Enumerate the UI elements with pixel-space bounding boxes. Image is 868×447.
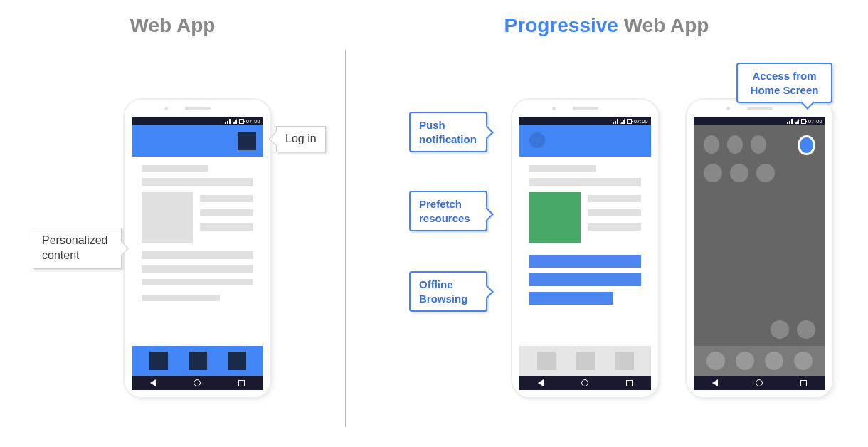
phone-screen: 07:00	[519, 117, 651, 390]
text-line	[142, 295, 220, 301]
phone-camera	[726, 107, 730, 110]
recent-icon[interactable]	[238, 380, 245, 386]
signal-icon	[613, 119, 618, 124]
offline-content-line	[529, 273, 641, 286]
phone-camera	[552, 107, 556, 110]
callout-homescreen: Access from Home Screen	[736, 63, 832, 103]
signal-icon	[225, 119, 231, 124]
bottom-nav	[519, 346, 651, 376]
android-nav-bar	[132, 376, 263, 390]
phone-earpiece	[185, 107, 211, 110]
callout-text: Offline Browsing	[419, 278, 467, 305]
nav-item[interactable]	[228, 352, 246, 370]
back-icon[interactable]	[538, 379, 544, 386]
app-icon[interactable]	[704, 135, 719, 154]
dock-icon[interactable]	[706, 352, 725, 370]
nav-item[interactable]	[149, 352, 168, 370]
app-icon[interactable]	[756, 164, 775, 182]
home-icon[interactable]	[194, 379, 201, 386]
phone-screen: 07:00	[694, 117, 825, 390]
text-line	[142, 165, 208, 172]
title-pwa-accent: Progressive	[504, 14, 618, 36]
login-button[interactable]	[238, 132, 256, 150]
recent-icon[interactable]	[800, 380, 807, 386]
phone-camera	[164, 107, 168, 110]
callout-text: Log in	[285, 132, 317, 144]
text-line	[529, 165, 596, 172]
text-line	[200, 209, 253, 216]
app-icon[interactable]	[751, 135, 766, 154]
dock-icon[interactable]	[736, 352, 754, 370]
callout-push: Push notification	[409, 112, 487, 152]
nav-item[interactable]	[615, 352, 634, 370]
app-icon[interactable]	[797, 320, 815, 339]
callout-text: Personalized content	[42, 234, 108, 261]
wifi-icon	[233, 119, 237, 124]
callout-login: Log in	[276, 126, 326, 152]
callout-text: Push notification	[419, 119, 477, 145]
text-line	[142, 251, 253, 259]
battery-icon	[239, 119, 244, 124]
home-icon[interactable]	[756, 379, 763, 386]
callout-prefetch: Prefetch resources	[409, 191, 487, 231]
nav-item[interactable]	[189, 352, 207, 370]
offline-content-line	[529, 292, 613, 305]
home-screen	[694, 125, 825, 376]
text-line	[529, 178, 641, 186]
callout-offline: Offline Browsing	[409, 271, 487, 312]
app-icon[interactable]	[730, 164, 748, 182]
text-line	[588, 224, 641, 231]
signal-icon	[787, 119, 793, 124]
prefetched-resource	[529, 192, 581, 243]
recent-icon[interactable]	[626, 380, 633, 386]
battery-icon	[627, 119, 632, 124]
title-pwa-rest: Web App	[618, 14, 709, 36]
bottom-nav	[132, 346, 263, 376]
title-web-app: Web App	[0, 14, 345, 37]
callout-personalized: Personalized content	[33, 228, 122, 269]
dock-icon[interactable]	[794, 352, 813, 370]
text-line	[588, 195, 641, 202]
android-nav-bar	[694, 376, 825, 390]
content-area	[519, 157, 651, 305]
text-line	[142, 265, 253, 273]
back-icon[interactable]	[150, 379, 156, 386]
text-line	[200, 224, 253, 231]
status-time: 07:00	[634, 119, 648, 124]
phone-web-app: 07:00	[125, 100, 270, 397]
wifi-icon	[620, 119, 625, 124]
callout-text: Prefetch resources	[419, 198, 470, 224]
nav-item[interactable]	[537, 352, 556, 370]
status-bar: 07:00	[694, 117, 825, 125]
phone-earpiece	[573, 107, 598, 110]
app-bar	[519, 125, 651, 157]
home-dock	[694, 346, 825, 376]
title-pwa: Progressive Web App	[345, 14, 868, 37]
wifi-icon	[795, 119, 799, 124]
callout-text: Access from Home Screen	[751, 70, 819, 96]
nav-item[interactable]	[576, 352, 595, 370]
phone-screen: 07:00	[132, 117, 263, 390]
battery-icon	[801, 119, 806, 124]
text-line	[142, 178, 253, 186]
android-nav-bar	[519, 376, 651, 390]
app-icon[interactable]	[771, 320, 789, 339]
content-area	[132, 157, 263, 301]
status-bar: 07:00	[132, 117, 263, 125]
app-bar	[132, 125, 263, 157]
pwa-homescreen-icon[interactable]	[798, 135, 815, 155]
app-icon[interactable]	[727, 135, 743, 154]
phone-earpiece	[747, 107, 773, 110]
push-notification-indicator[interactable]	[529, 132, 545, 148]
text-line	[200, 195, 253, 202]
back-icon[interactable]	[712, 379, 718, 386]
app-icon[interactable]	[704, 164, 722, 182]
text-line	[142, 279, 253, 285]
vertical-divider	[345, 50, 346, 427]
dock-icon[interactable]	[765, 352, 783, 370]
status-time: 07:00	[808, 119, 822, 124]
home-icon[interactable]	[581, 379, 588, 386]
status-time: 07:00	[246, 119, 260, 124]
offline-content-line	[529, 255, 641, 268]
status-bar: 07:00	[519, 117, 651, 125]
